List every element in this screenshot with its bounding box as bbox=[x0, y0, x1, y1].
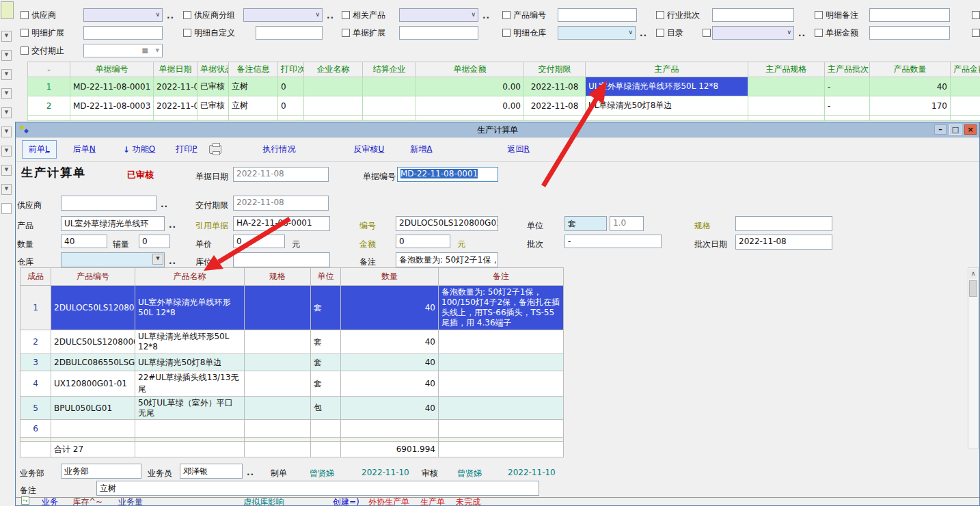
tab-unfinished[interactable]: 未完成 bbox=[456, 496, 480, 505]
doc-no-input[interactable]: MD-22-11-08-0001 bbox=[397, 167, 498, 182]
unit-select[interactable]: 套 bbox=[564, 216, 607, 231]
grid-row-selected[interactable]: 1 MD-22-11-08-0001 2022-11-08 已审核 立树 0 0… bbox=[28, 77, 980, 96]
dept-input[interactable]: 业务部 bbox=[61, 464, 141, 479]
catalog-filter-select[interactable] bbox=[712, 26, 794, 40]
column-filter-dropdown-icon[interactable] bbox=[1, 184, 12, 195]
detail-row[interactable]: 3 2DBULC086550LSG01 UL草绿清光50灯8单边 套 40 bbox=[21, 354, 564, 371]
detail-warehouse-browse-button[interactable]: .. bbox=[640, 29, 647, 38]
industry-batch-checkbox[interactable] bbox=[656, 11, 664, 19]
scrollbar-thumb[interactable] bbox=[969, 280, 977, 297]
prev-doc-button[interactable]: 前单L bbox=[22, 140, 57, 159]
column-filter-dropdown-icon[interactable] bbox=[1, 107, 12, 118]
catalog-checkbox[interactable] bbox=[656, 29, 664, 37]
tab-production-order[interactable]: 生产单 bbox=[420, 496, 445, 505]
qty-input[interactable]: 40 bbox=[61, 235, 107, 248]
tab-business-volume[interactable]: 业务量 bbox=[118, 496, 143, 505]
supplier-checkbox[interactable] bbox=[21, 11, 29, 19]
maximize-button[interactable]: □ bbox=[949, 124, 962, 135]
code-input[interactable]: 2DULOC50LS120800G01 bbox=[396, 216, 498, 231]
column-filter-dropdown-icon[interactable] bbox=[1, 126, 12, 137]
next-doc-button[interactable]: 后单N bbox=[73, 144, 96, 155]
detail-expand-checkbox[interactable] bbox=[21, 29, 29, 37]
supplier-browse-button[interactable]: .. bbox=[167, 11, 174, 21]
detail-custom-filter-input[interactable] bbox=[256, 26, 323, 40]
doc-amount-checkbox[interactable] bbox=[815, 29, 823, 37]
column-filter-dropdown-icon[interactable] bbox=[1, 165, 12, 176]
detail-expand-filter-input[interactable] bbox=[83, 26, 163, 40]
dialog-titlebar[interactable]: ◆ ◆ 生产计算单 – □ × bbox=[16, 122, 979, 137]
detail-row-selected[interactable]: 1 2DULOC50LS120800G01 UL室外草绿清光单线环形50L 12… bbox=[21, 286, 564, 330]
tab-inventory[interactable]: 库存^~ bbox=[72, 496, 103, 505]
supplier-group-filter-select[interactable] bbox=[243, 8, 323, 22]
delivery-end-checkbox[interactable] bbox=[21, 46, 29, 55]
delivery-end-date-input[interactable] bbox=[83, 44, 163, 57]
detail-warehouse-filter-select[interactable] bbox=[558, 26, 636, 40]
related-product-filter-select[interactable] bbox=[399, 8, 478, 22]
unaudit-button[interactable]: 反审核U bbox=[353, 144, 384, 155]
printer-icon[interactable] bbox=[209, 145, 221, 154]
supplier-group-browse-button[interactable]: .. bbox=[327, 11, 334, 21]
doc-expand-filter-input[interactable] bbox=[399, 26, 478, 40]
detail-remark-checkbox[interactable] bbox=[815, 11, 823, 19]
catalog-sub-checkbox[interactable] bbox=[703, 29, 711, 37]
ref-doc-input[interactable]: HA-22-11-08-0001 bbox=[233, 216, 330, 231]
footer-remark-input[interactable]: 立树 bbox=[96, 481, 539, 496]
detail-row[interactable]: 5 BPUL050LG01 50灯UL草绿（室外）平口 无尾 包 40 bbox=[21, 397, 564, 420]
delivery-date-input[interactable]: 2022-11-08 bbox=[233, 196, 329, 211]
column-filter-dropdown-icon[interactable] bbox=[1, 50, 12, 61]
detail-custom-checkbox[interactable] bbox=[183, 29, 191, 37]
column-filter-dropdown-icon[interactable] bbox=[1, 69, 12, 80]
detail-row[interactable]: 2 2DULC50LS1208000G01 UL草绿清光单线环形50L 12*8… bbox=[21, 330, 564, 354]
industry-batch-filter-input[interactable] bbox=[712, 8, 794, 22]
product-browse-button[interactable]: .. bbox=[169, 220, 176, 230]
detail-warehouse-checkbox[interactable] bbox=[502, 29, 511, 37]
tab-create[interactable]: 创建=) bbox=[333, 496, 359, 505]
edge-checkbox[interactable] bbox=[972, 29, 980, 37]
grid-row[interactable]: 2 MD-22-11-08-0003 2022-11-08 已审核 立树 0 0… bbox=[28, 96, 980, 116]
unit-factor-input[interactable]: 1.0 bbox=[610, 216, 644, 231]
supplier-group-checkbox[interactable] bbox=[183, 11, 191, 19]
detail-row[interactable]: 6 bbox=[21, 420, 564, 438]
supplier-filter-select[interactable] bbox=[83, 8, 163, 22]
warehouse-browse-button[interactable]: .. bbox=[169, 256, 176, 266]
aux-qty-input[interactable]: 0 bbox=[139, 235, 170, 248]
spec-input[interactable] bbox=[735, 216, 832, 231]
edge-checkbox[interactable] bbox=[972, 11, 980, 19]
batch-date-input[interactable]: 2022-11-08 bbox=[735, 235, 832, 250]
batch-input[interactable]: - bbox=[564, 235, 662, 248]
related-product-browse-button[interactable]: .. bbox=[482, 11, 490, 21]
functions-button[interactable]: 功能O bbox=[133, 144, 155, 155]
location-input[interactable] bbox=[233, 252, 330, 267]
doc-expand-checkbox[interactable] bbox=[342, 29, 350, 37]
column-filter-dropdown-icon[interactable] bbox=[1, 31, 12, 42]
salesman-browse-button[interactable]: .. bbox=[247, 468, 254, 477]
product-no-checkbox[interactable] bbox=[502, 11, 511, 19]
detail-remark-filter-input[interactable] bbox=[869, 8, 950, 22]
vertical-scrollbar[interactable]: ∧ bbox=[968, 267, 979, 449]
remark-input[interactable]: 备泡数量为: 50灯2子1保， bbox=[396, 252, 498, 267]
salesman-input[interactable]: 邓泽银 bbox=[180, 464, 243, 479]
supplier-browse-button[interactable]: .. bbox=[161, 200, 168, 209]
detail-row[interactable]: 4 UX120800G01-01 22#UL草绿插头线13/13无尾 套 40 bbox=[21, 371, 564, 397]
product-select[interactable]: UL室外草绿清光单线环 bbox=[61, 216, 165, 231]
scroll-up-icon[interactable]: ∧ bbox=[969, 269, 977, 279]
print-button[interactable]: 打印P bbox=[176, 144, 197, 155]
add-new-button[interactable]: 新增A bbox=[410, 144, 432, 155]
catalog-browse-button[interactable]: .. bbox=[798, 29, 806, 38]
dropdown-button[interactable] bbox=[152, 254, 163, 265]
column-filter-dropdown-icon[interactable] bbox=[1, 146, 12, 157]
tab-virtual-stock[interactable]: 虚拟库影响 bbox=[243, 496, 284, 505]
amount-input[interactable]: 0 bbox=[396, 235, 450, 248]
tab-outsource-order[interactable]: 外协生产单 bbox=[368, 496, 409, 505]
product-no-filter-input[interactable] bbox=[558, 8, 637, 22]
doc-date-input[interactable]: 2022-11-08 bbox=[233, 167, 329, 182]
doc-amount-filter-input[interactable] bbox=[869, 26, 950, 40]
warehouse-select[interactable] bbox=[61, 252, 165, 267]
column-filter-dropdown-icon[interactable] bbox=[1, 88, 12, 99]
return-button[interactable]: 返回R bbox=[507, 144, 529, 155]
price-input[interactable]: 0 bbox=[233, 235, 285, 248]
related-product-checkbox[interactable] bbox=[342, 11, 350, 19]
close-button[interactable]: × bbox=[964, 124, 977, 135]
execution-status-button[interactable]: 执行情况 bbox=[262, 144, 295, 155]
supplier-input[interactable] bbox=[61, 196, 156, 211]
